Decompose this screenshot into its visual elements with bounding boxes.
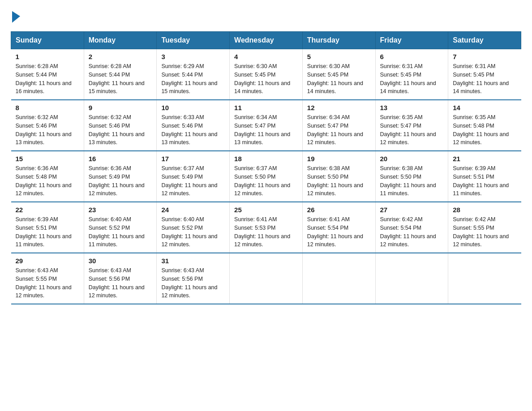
calendar-cell: 19 Sunrise: 6:38 AM Sunset: 5:50 PM Dayl… — [302, 151, 375, 202]
day-info: Sunrise: 6:30 AM Sunset: 5:45 PM Dayligh… — [234, 62, 298, 96]
calendar-cell: 18 Sunrise: 6:37 AM Sunset: 5:50 PM Dayl… — [230, 151, 303, 202]
weekday-header-saturday: Saturday — [448, 32, 521, 49]
calendar-cell: 30 Sunrise: 6:43 AM Sunset: 5:56 PM Dayl… — [84, 253, 157, 304]
day-info: Sunrise: 6:28 AM Sunset: 5:44 PM Dayligh… — [89, 62, 152, 96]
day-number: 26 — [307, 206, 371, 214]
calendar-cell — [375, 253, 448, 304]
day-info: Sunrise: 6:37 AM Sunset: 5:49 PM Dayligh… — [161, 164, 225, 198]
day-number: 6 — [380, 53, 444, 60]
day-info: Sunrise: 6:29 AM Sunset: 5:44 PM Dayligh… — [161, 62, 225, 96]
day-info: Sunrise: 6:36 AM Sunset: 5:48 PM Dayligh… — [16, 164, 79, 198]
day-info: Sunrise: 6:41 AM Sunset: 5:54 PM Dayligh… — [307, 215, 371, 249]
calendar-cell: 23 Sunrise: 6:40 AM Sunset: 5:52 PM Dayl… — [84, 202, 157, 253]
day-info: Sunrise: 6:38 AM Sunset: 5:50 PM Dayligh… — [307, 164, 371, 198]
day-number: 2 — [89, 53, 152, 60]
calendar-cell: 20 Sunrise: 6:38 AM Sunset: 5:50 PM Dayl… — [375, 151, 448, 202]
day-number: 16 — [89, 155, 152, 163]
day-number: 19 — [307, 155, 371, 163]
calendar-cell: 9 Sunrise: 6:32 AM Sunset: 5:46 PM Dayli… — [84, 100, 157, 151]
calendar-cell: 21 Sunrise: 6:39 AM Sunset: 5:51 PM Dayl… — [448, 151, 521, 202]
calendar-week-row: 8 Sunrise: 6:32 AM Sunset: 5:46 PM Dayli… — [11, 100, 521, 151]
day-number: 22 — [16, 206, 79, 214]
calendar-cell: 11 Sunrise: 6:34 AM Sunset: 5:47 PM Dayl… — [230, 100, 303, 151]
calendar-cell: 13 Sunrise: 6:35 AM Sunset: 5:47 PM Dayl… — [375, 100, 448, 151]
day-info: Sunrise: 6:31 AM Sunset: 5:45 PM Dayligh… — [380, 62, 444, 96]
calendar-cell: 5 Sunrise: 6:30 AM Sunset: 5:45 PM Dayli… — [302, 49, 375, 100]
calendar-cell — [230, 253, 303, 304]
calendar-table: SundayMondayTuesdayWednesdayThursdayFrid… — [11, 31, 521, 304]
day-info: Sunrise: 6:38 AM Sunset: 5:50 PM Dayligh… — [380, 164, 444, 198]
day-info: Sunrise: 6:34 AM Sunset: 5:47 PM Dayligh… — [234, 113, 298, 147]
day-info: Sunrise: 6:32 AM Sunset: 5:46 PM Dayligh… — [16, 113, 79, 147]
day-number: 27 — [380, 206, 444, 214]
day-number: 11 — [234, 104, 298, 111]
day-number: 20 — [380, 155, 444, 163]
day-number: 25 — [234, 206, 298, 214]
day-info: Sunrise: 6:32 AM Sunset: 5:46 PM Dayligh… — [89, 113, 152, 147]
day-number: 21 — [453, 155, 516, 163]
day-info: Sunrise: 6:35 AM Sunset: 5:48 PM Dayligh… — [453, 113, 516, 147]
day-number: 18 — [234, 155, 298, 163]
day-number: 9 — [89, 104, 152, 111]
calendar-cell: 7 Sunrise: 6:31 AM Sunset: 5:45 PM Dayli… — [448, 49, 521, 100]
calendar-cell: 31 Sunrise: 6:43 AM Sunset: 5:56 PM Dayl… — [157, 253, 230, 304]
day-number: 31 — [161, 257, 225, 265]
calendar-cell: 16 Sunrise: 6:36 AM Sunset: 5:49 PM Dayl… — [84, 151, 157, 202]
day-number: 10 — [161, 104, 225, 111]
weekday-header-tuesday: Tuesday — [157, 32, 230, 49]
calendar-cell: 12 Sunrise: 6:34 AM Sunset: 5:47 PM Dayl… — [302, 100, 375, 151]
calendar-cell: 28 Sunrise: 6:42 AM Sunset: 5:55 PM Dayl… — [448, 202, 521, 253]
calendar-cell: 4 Sunrise: 6:30 AM Sunset: 5:45 PM Dayli… — [230, 49, 303, 100]
calendar-week-row: 1 Sunrise: 6:28 AM Sunset: 5:44 PM Dayli… — [11, 49, 521, 100]
calendar-cell: 6 Sunrise: 6:31 AM Sunset: 5:45 PM Dayli… — [375, 49, 448, 100]
day-info: Sunrise: 6:37 AM Sunset: 5:50 PM Dayligh… — [234, 164, 298, 198]
calendar-week-row: 29 Sunrise: 6:43 AM Sunset: 5:55 PM Dayl… — [11, 253, 521, 304]
day-number: 29 — [16, 257, 79, 265]
day-number: 4 — [234, 53, 298, 60]
weekday-header-row: SundayMondayTuesdayWednesdayThursdayFrid… — [11, 32, 521, 49]
calendar-cell: 14 Sunrise: 6:35 AM Sunset: 5:48 PM Dayl… — [448, 100, 521, 151]
calendar-week-row: 22 Sunrise: 6:39 AM Sunset: 5:51 PM Dayl… — [11, 202, 521, 253]
calendar-cell: 3 Sunrise: 6:29 AM Sunset: 5:44 PM Dayli… — [157, 49, 230, 100]
day-number: 12 — [307, 104, 371, 111]
calendar-cell: 27 Sunrise: 6:42 AM Sunset: 5:54 PM Dayl… — [375, 202, 448, 253]
day-info: Sunrise: 6:41 AM Sunset: 5:53 PM Dayligh… — [234, 215, 298, 249]
calendar-cell — [302, 253, 375, 304]
calendar-cell: 17 Sunrise: 6:37 AM Sunset: 5:49 PM Dayl… — [157, 151, 230, 202]
day-info: Sunrise: 6:31 AM Sunset: 5:45 PM Dayligh… — [453, 62, 516, 96]
day-info: Sunrise: 6:35 AM Sunset: 5:47 PM Dayligh… — [380, 113, 444, 147]
weekday-header-sunday: Sunday — [11, 32, 84, 49]
day-info: Sunrise: 6:40 AM Sunset: 5:52 PM Dayligh… — [89, 215, 152, 249]
day-number: 8 — [16, 104, 79, 111]
day-number: 28 — [453, 206, 516, 214]
weekday-header-wednesday: Wednesday — [230, 32, 303, 49]
day-number: 3 — [161, 53, 225, 60]
day-info: Sunrise: 6:39 AM Sunset: 5:51 PM Dayligh… — [453, 164, 516, 198]
logo — [11, 11, 20, 22]
calendar-cell: 26 Sunrise: 6:41 AM Sunset: 5:54 PM Dayl… — [302, 202, 375, 253]
day-number: 15 — [16, 155, 79, 163]
day-info: Sunrise: 6:28 AM Sunset: 5:44 PM Dayligh… — [16, 62, 79, 96]
logo-blue — [11, 11, 20, 22]
day-number: 5 — [307, 53, 371, 60]
weekday-header-friday: Friday — [375, 32, 448, 49]
calendar-cell: 2 Sunrise: 6:28 AM Sunset: 5:44 PM Dayli… — [84, 49, 157, 100]
day-number: 23 — [89, 206, 152, 214]
calendar-week-row: 15 Sunrise: 6:36 AM Sunset: 5:48 PM Dayl… — [11, 151, 521, 202]
day-info: Sunrise: 6:34 AM Sunset: 5:47 PM Dayligh… — [307, 113, 371, 147]
calendar-cell: 15 Sunrise: 6:36 AM Sunset: 5:48 PM Dayl… — [11, 151, 84, 202]
day-info: Sunrise: 6:30 AM Sunset: 5:45 PM Dayligh… — [307, 62, 371, 96]
day-info: Sunrise: 6:42 AM Sunset: 5:54 PM Dayligh… — [380, 215, 444, 249]
logo-triangle-icon — [12, 10, 20, 23]
day-info: Sunrise: 6:36 AM Sunset: 5:49 PM Dayligh… — [89, 164, 152, 198]
calendar-cell: 24 Sunrise: 6:40 AM Sunset: 5:52 PM Dayl… — [157, 202, 230, 253]
calendar-cell: 1 Sunrise: 6:28 AM Sunset: 5:44 PM Dayli… — [11, 49, 84, 100]
day-number: 17 — [161, 155, 225, 163]
calendar-cell — [448, 253, 521, 304]
calendar-cell: 25 Sunrise: 6:41 AM Sunset: 5:53 PM Dayl… — [230, 202, 303, 253]
day-info: Sunrise: 6:43 AM Sunset: 5:56 PM Dayligh… — [161, 266, 225, 300]
weekday-header-thursday: Thursday — [302, 32, 375, 49]
day-number: 14 — [453, 104, 516, 111]
day-info: Sunrise: 6:39 AM Sunset: 5:51 PM Dayligh… — [16, 215, 79, 249]
day-info: Sunrise: 6:43 AM Sunset: 5:55 PM Dayligh… — [16, 266, 79, 300]
